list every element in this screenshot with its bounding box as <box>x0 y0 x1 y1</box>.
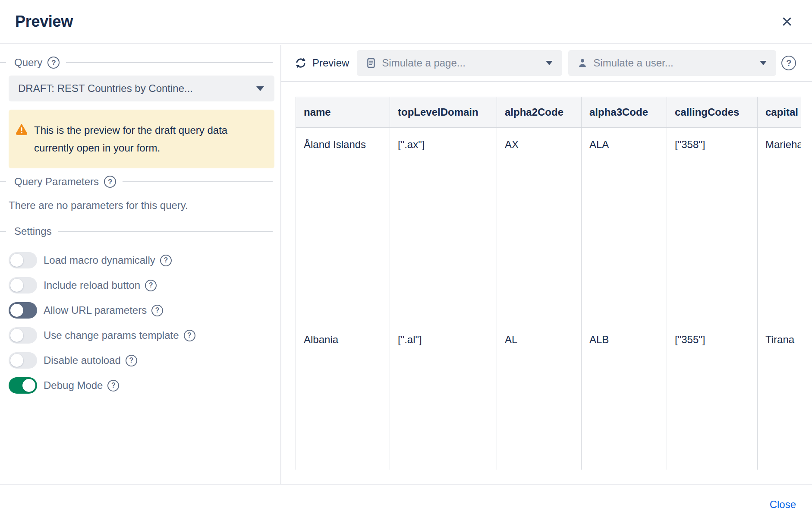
disable-autoload-help-icon[interactable]: ? <box>126 355 137 366</box>
cell-capital: Tirana <box>758 323 802 470</box>
table-row: Albania [".al"] AL ALB ["355"] Tirana <box>296 323 802 470</box>
include-reload-button-toggle[interactable] <box>9 277 37 294</box>
query-legend-label: Query <box>14 57 42 69</box>
cell-callingcodes: ["355"] <box>667 323 758 470</box>
modal-footer: Close <box>0 484 812 524</box>
refresh-preview-button[interactable]: Preview <box>295 57 349 69</box>
cell-alpha2code: AL <box>497 323 582 470</box>
user-icon <box>577 57 588 69</box>
modal-body: Query ? DRAFT: REST Countries by Contine… <box>0 45 812 484</box>
toggle-row-debug-mode: Debug Mode ? <box>9 375 274 396</box>
column-header-name: name <box>296 97 390 128</box>
results-table-scroll-area[interactable]: name topLevelDomain alpha2Code alpha3Cod… <box>296 97 801 470</box>
page-icon <box>365 57 377 69</box>
cell-alpha2code: AX <box>497 128 582 323</box>
load-macro-dynamically-help-icon[interactable]: ? <box>160 255 172 266</box>
toggle-row-use-change-params-template: Use change params template ? <box>9 325 274 346</box>
column-header-callingcodes: callingCodes <box>667 97 758 128</box>
query-section-legend: Query ? <box>0 56 274 69</box>
disable-autoload-toggle[interactable] <box>9 352 37 369</box>
query-select-value: DRAFT: REST Countries by Contine... <box>18 82 193 95</box>
allow-url-parameters-help-icon[interactable]: ? <box>151 305 163 316</box>
simulate-page-select[interactable]: Simulate a page... <box>357 50 562 76</box>
warning-icon <box>16 123 28 137</box>
column-header-topleveldomain: topLevelDomain <box>390 97 497 128</box>
column-header-alpha3code: alpha3Code <box>582 97 667 128</box>
cell-topleveldomain: [".al"] <box>390 323 497 470</box>
toggle-row-disable-autoload: Disable autoload ? <box>9 350 274 371</box>
params-legend-label: Query Parameters <box>14 176 99 188</box>
table-row: Åland Islands [".ax"] AX ALA ["358"] Mar… <box>296 128 802 323</box>
settings-section-legend: Settings <box>0 225 274 238</box>
query-help-icon[interactable]: ? <box>47 57 60 69</box>
toggle-row-include-reload-button: Include reload button ? <box>9 275 274 296</box>
draft-warning-banner: This is the preview for the draft query … <box>9 110 274 168</box>
cell-name: Åland Islands <box>296 128 390 323</box>
chevron-down-icon <box>760 61 767 65</box>
close-icon[interactable] <box>777 12 796 31</box>
simulate-user-placeholder: Simulate a user... <box>593 57 673 69</box>
cell-callingcodes: ["358"] <box>667 128 758 323</box>
load-macro-dynamically-toggle[interactable] <box>9 252 37 268</box>
modal-header: Preview <box>0 0 812 44</box>
cell-topleveldomain: [".ax"] <box>390 128 497 323</box>
cell-alpha3code: ALB <box>582 323 667 470</box>
table-header-row: name topLevelDomain alpha2Code alpha3Cod… <box>296 97 802 128</box>
column-header-alpha2code: alpha2Code <box>497 97 582 128</box>
params-section-legend: Query Parameters ? <box>0 175 274 188</box>
cell-name: Albania <box>296 323 390 470</box>
simulate-user-select[interactable]: Simulate a user... <box>568 50 776 76</box>
right-panel: Preview Simulate a page... <box>281 45 812 484</box>
preview-modal: Preview Query ? DRAFT: REST Countries by… <box>0 0 812 524</box>
use-change-params-template-help-icon[interactable]: ? <box>184 330 195 341</box>
refresh-icon <box>295 57 307 69</box>
debug-mode-help-icon[interactable]: ? <box>107 380 119 391</box>
column-header-capital: capital <box>758 97 802 128</box>
close-x-glyph <box>781 15 793 28</box>
close-button[interactable]: Close <box>770 499 796 511</box>
toolbar-help-icon[interactable]: ? <box>781 56 796 70</box>
no-params-text: There are no parameters for this query. <box>9 199 274 211</box>
include-reload-button-help-icon[interactable]: ? <box>145 280 157 291</box>
settings-toggle-list: Load macro dynamically ? Include reload … <box>9 250 274 396</box>
allow-url-parameters-toggle[interactable] <box>9 302 37 319</box>
left-panel: Query ? DRAFT: REST Countries by Contine… <box>0 45 281 484</box>
preview-toolbar: Preview Simulate a page... <box>281 45 812 82</box>
simulate-page-placeholder: Simulate a page... <box>382 57 465 69</box>
chevron-down-icon <box>256 86 264 91</box>
params-help-icon[interactable]: ? <box>104 176 116 188</box>
query-select[interactable]: DRAFT: REST Countries by Contine... <box>9 76 274 101</box>
page-title: Preview <box>15 13 73 31</box>
debug-mode-toggle[interactable] <box>9 377 37 394</box>
cell-alpha3code: ALA <box>582 128 667 323</box>
chevron-down-icon <box>546 61 553 65</box>
toggle-row-load-macro-dynamically: Load macro dynamically ? <box>9 250 274 271</box>
results-table: name topLevelDomain alpha2Code alpha3Cod… <box>296 97 801 470</box>
warning-text: This is the preview for the draft query … <box>34 121 264 157</box>
settings-legend-label: Settings <box>14 225 52 237</box>
cell-capital: Mariehamn <box>758 128 802 323</box>
toggle-row-allow-url-parameters: Allow URL parameters ? <box>9 300 274 321</box>
use-change-params-template-toggle[interactable] <box>9 327 37 344</box>
